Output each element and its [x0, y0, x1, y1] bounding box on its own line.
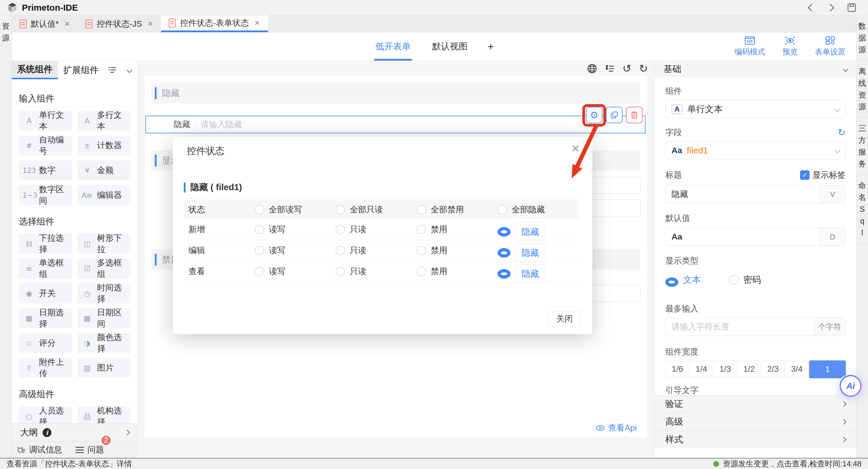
state-option[interactable]: 隐藏	[498, 218, 579, 241]
collapse-chevron-icon[interactable]	[127, 67, 132, 73]
nav-forward-icon[interactable]	[827, 4, 834, 11]
state-option[interactable]: 禁用	[416, 224, 498, 235]
max-input-field[interactable]: 请输入字符长度 个字符	[665, 318, 845, 336]
display-type-option[interactable]: 密码	[729, 273, 761, 287]
state-option[interactable]: 全部禁用	[416, 204, 498, 215]
radio-icon[interactable]	[255, 225, 264, 234]
default-value-input[interactable]: Aa D	[665, 228, 845, 246]
outline-bar[interactable]: 大纲 i	[12, 423, 138, 441]
radio-icon[interactable]	[255, 246, 264, 255]
component-item[interactable]: ⊟下拉选择	[19, 234, 72, 254]
state-option[interactable]: 读写	[255, 266, 336, 277]
component-select[interactable]: A 单行文本	[665, 100, 845, 118]
state-option[interactable]: 只读	[336, 224, 416, 235]
radio-icon[interactable]	[498, 248, 510, 258]
outline-tree-icon[interactable]	[605, 64, 615, 74]
status-right-text[interactable]: 资源发生变更，点击查看,检查时间:14:48	[723, 459, 862, 469]
component-item[interactable]: ◉开关	[19, 283, 72, 303]
doc-tab-active[interactable]: 控件状态-表单状态✕	[161, 16, 268, 32]
state-option[interactable]: 全部只读	[336, 204, 416, 215]
radio-icon[interactable]	[498, 269, 510, 279]
component-item[interactable]: A≡编辑器	[77, 185, 131, 205]
radio-icon[interactable]	[665, 277, 678, 287]
ai-assistant-button[interactable]: Ai	[840, 375, 862, 397]
component-item[interactable]: ±计数器	[77, 136, 131, 155]
component-item[interactable]: ≡单选框组	[19, 259, 72, 279]
show-label-checkbox[interactable]: ✓ 显示标签	[800, 170, 845, 180]
radio-icon[interactable]	[729, 275, 739, 285]
tab-close-icon[interactable]: ✕	[64, 20, 70, 28]
doc-tab[interactable]: 默认值*✕	[12, 16, 78, 32]
section-高级[interactable]: 高级	[655, 413, 856, 431]
width-option[interactable]: 1	[809, 360, 846, 379]
list-filter-icon[interactable]	[108, 67, 116, 74]
width-option[interactable]: 1/4	[689, 361, 713, 377]
state-option[interactable]: 禁用	[416, 245, 498, 256]
modal-close-button[interactable]: 关闭	[549, 311, 581, 326]
radio-icon[interactable]	[336, 205, 345, 214]
state-option[interactable]: 读写	[255, 224, 336, 235]
width-option[interactable]: 1/2	[737, 361, 761, 377]
title-input-suffix[interactable]: V	[819, 185, 845, 203]
component-item[interactable]: ⇧附件上传	[19, 358, 72, 378]
state-option[interactable]: 全部隐藏	[498, 204, 579, 215]
field-select[interactable]: Aa filed1	[665, 141, 845, 160]
component-item[interactable]: ☑多选框组	[77, 259, 131, 279]
radio-icon[interactable]	[416, 205, 426, 214]
component-item[interactable]: A多行文本	[77, 111, 131, 131]
radio-icon[interactable]	[255, 267, 264, 276]
debug-info-button[interactable]: 调试信息	[17, 444, 62, 456]
width-option[interactable]: 1/6	[665, 361, 689, 377]
basic-section-header[interactable]: 基础	[655, 61, 856, 77]
radio-icon[interactable]	[416, 246, 426, 255]
state-option[interactable]: 只读	[336, 245, 416, 256]
state-option[interactable]: 隐藏	[498, 239, 579, 262]
component-item[interactable]: ▦日期选择	[19, 308, 72, 328]
tab-close-icon[interactable]: ✕	[148, 20, 153, 28]
width-option[interactable]: 1/3	[713, 361, 737, 377]
component-item[interactable]: 123数字	[19, 160, 72, 180]
component-tab[interactable]: 扩展组件	[58, 61, 104, 79]
state-option[interactable]: 全部读写	[255, 204, 336, 215]
preview-button[interactable]: 预览	[782, 36, 798, 57]
tab-close-icon[interactable]: ✕	[254, 19, 260, 27]
doc-tab[interactable]: 控件状态-JS✕	[78, 16, 161, 32]
default-input-suffix[interactable]: D	[819, 228, 845, 246]
component-item[interactable]: ○人员选择	[19, 406, 72, 423]
component-item[interactable]: ▦日期区间	[77, 308, 131, 328]
right-strip-item-离线资源[interactable]: 离 线 资 源	[857, 61, 868, 118]
nav-back-icon[interactable]	[808, 4, 815, 11]
component-item[interactable]: ◷时间选择	[77, 283, 131, 303]
component-item[interactable]: 1~3数字区间	[19, 185, 72, 205]
radio-icon[interactable]	[416, 267, 426, 276]
code-mode-button[interactable]: 编码模式	[735, 36, 765, 57]
redo-icon[interactable]: ↻	[639, 63, 648, 74]
status-left-text[interactable]: 查看资源「控件状态-表单状态」详情	[6, 459, 132, 469]
radio-icon[interactable]	[336, 267, 345, 276]
component-item[interactable]: A单行文本	[19, 111, 72, 131]
radio-icon[interactable]	[336, 225, 345, 234]
section-样式[interactable]: 样式	[655, 431, 856, 448]
view-tab[interactable]: 低开表单	[374, 32, 412, 61]
right-strip-item-数据源[interactable]: 数 据 源	[857, 16, 868, 61]
component-item[interactable]: ◫树形下拉	[77, 234, 131, 254]
group-band-hidden[interactable]: 隐藏	[151, 83, 640, 104]
radio-icon[interactable]	[416, 225, 426, 234]
component-item[interactable]: ¥金额	[77, 160, 131, 180]
section-验证[interactable]: 验证	[655, 395, 856, 413]
field-copy-button[interactable]	[606, 107, 622, 123]
i18n-globe-icon[interactable]	[587, 64, 597, 74]
field-delete-button[interactable]	[626, 107, 643, 123]
title-input[interactable]: 隐藏 V	[665, 185, 845, 203]
width-option[interactable]: 3/4	[785, 361, 809, 377]
state-option[interactable]: 读写	[255, 245, 336, 256]
form-settings-button[interactable]: 表单设置	[815, 36, 845, 57]
add-view-button[interactable]: +	[488, 40, 494, 53]
radio-icon[interactable]	[255, 205, 264, 214]
component-item[interactable]: ☆评分	[19, 333, 72, 353]
component-item[interactable]: #自动编号	[19, 136, 72, 155]
display-type-option[interactable]: 文本	[665, 273, 701, 287]
component-item[interactable]: 品机构选择	[77, 406, 131, 423]
component-item[interactable]: ▨图片	[77, 358, 131, 378]
state-option[interactable]: 隐藏	[498, 260, 579, 283]
